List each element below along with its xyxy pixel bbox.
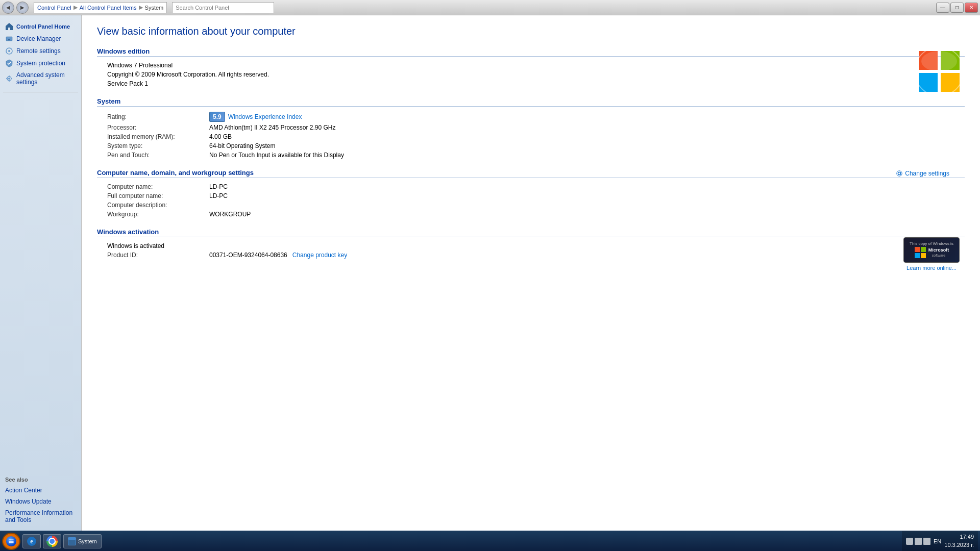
breadcrumb-cp[interactable]: Control Panel xyxy=(37,5,71,11)
edition-value: Windows 7 Professional xyxy=(107,62,173,69)
sidebar-protection-label: System protection xyxy=(16,60,65,67)
svg-point-12 xyxy=(898,172,901,174)
edition-row: Windows 7 Professional xyxy=(107,62,965,69)
taskbar-tray: EN 17:49 10.3.2023 г. xyxy=(902,531,978,551)
remote-icon xyxy=(5,47,13,55)
sidebar: Control Panel Home Device Manager Remote… xyxy=(0,15,82,531)
genuine-line1: This copy of Windows is xyxy=(910,241,953,246)
product-id-label: Product ID: xyxy=(107,252,209,259)
back-button[interactable]: ◀ xyxy=(2,2,14,14)
system-header: System xyxy=(97,97,965,107)
see-also-label: See also xyxy=(0,472,81,485)
genuine-microsoft: Microsoft xyxy=(928,247,949,254)
genuine-badge: This copy of Windows is Microsoft softwa… xyxy=(903,237,960,263)
description-row: Computer description: xyxy=(107,202,965,209)
sidebar-item-performance[interactable]: Performance Information and Tools xyxy=(0,507,81,525)
address-bar[interactable]: Control Panel ▶ All Control Panel Items … xyxy=(34,2,167,13)
wei-score: 5.9 xyxy=(209,112,225,122)
title-bar-left: ◀ ▶ Control Panel ▶ All Control Panel It… xyxy=(2,2,274,14)
breadcrumb-system: System xyxy=(145,5,164,11)
device-manager-icon xyxy=(5,35,13,43)
sidebar-remote-label: Remote settings xyxy=(16,47,61,55)
genuine-logo-row: Microsoft software xyxy=(910,246,953,259)
tray-icons xyxy=(906,538,930,545)
minimize-button[interactable]: — xyxy=(936,3,949,13)
close-button[interactable]: ✕ xyxy=(965,3,978,13)
genuine-text: This copy of Windows is Microsoft softwa… xyxy=(910,241,953,259)
action-center-label: Action Center xyxy=(5,487,42,494)
taskbar-btn-system[interactable]: System xyxy=(63,534,102,548)
learn-more-link[interactable]: Learn more online... xyxy=(906,265,957,271)
sidebar-item-home[interactable]: Control Panel Home xyxy=(0,20,81,33)
full-name-row: Full computer name: LD-PC xyxy=(107,192,965,199)
pen-value: No Pen or Touch Input is available for t… xyxy=(209,152,344,159)
activation-status: Windows is activated xyxy=(107,242,164,249)
description-label: Computer description: xyxy=(107,202,209,209)
sidebar-device-manager-label: Device Manager xyxy=(16,35,61,42)
svg-rect-15 xyxy=(921,247,926,252)
gear-icon xyxy=(896,170,903,177)
windows-logo xyxy=(914,46,965,97)
sidebar-item-device-manager[interactable]: Device Manager xyxy=(0,33,81,45)
main-area: Control Panel Home Device Manager Remote… xyxy=(0,15,980,531)
change-settings-label: Change settings xyxy=(905,170,949,177)
computer-name-value: LD-PC xyxy=(209,183,228,190)
processor-value: AMD Athlon(tm) II X2 245 Processor 2.90 … xyxy=(209,124,335,131)
start-button[interactable] xyxy=(2,533,20,550)
ie-icon: e xyxy=(27,536,37,546)
sidebar-item-protection[interactable]: System protection xyxy=(0,57,81,69)
sidebar-home-label: Control Panel Home xyxy=(16,23,70,30)
date: 10.3.2023 г. xyxy=(944,541,974,549)
svg-rect-17 xyxy=(921,253,926,258)
genuine-area: This copy of Windows is Microsoft softwa… xyxy=(903,237,960,271)
servicepack-value: Service Pack 1 xyxy=(107,80,148,87)
change-settings-link[interactable]: Change settings xyxy=(896,170,949,177)
sidebar-item-action-center[interactable]: Action Center xyxy=(0,485,81,496)
svg-rect-22 xyxy=(68,538,76,540)
system-window-icon xyxy=(68,537,76,545)
sidebar-advanced-label: Advanced system settings xyxy=(16,71,76,86)
breadcrumb-allcp[interactable]: All Control Panel Items xyxy=(80,5,137,11)
tray-network-icon xyxy=(906,538,913,545)
performance-label: Performance Information and Tools xyxy=(5,509,76,523)
sidebar-item-windows-update[interactable]: Windows Update xyxy=(0,496,81,507)
processor-label: Processor: xyxy=(107,124,209,131)
windows-update-label: Windows Update xyxy=(5,498,52,505)
page-title: View basic information about your comput… xyxy=(97,26,965,37)
product-id-row: Product ID: 00371-OEM-9324064-08636 Chan… xyxy=(107,252,965,259)
svg-text:e: e xyxy=(30,538,33,545)
title-bar: ◀ ▶ Control Panel ▶ All Control Panel It… xyxy=(0,0,980,15)
maximize-button[interactable]: □ xyxy=(950,3,964,13)
copyright-row: Copyright © 2009 Microsoft Corporation. … xyxy=(107,71,965,78)
rating-row: Rating: 5.9 Windows Experience Index xyxy=(107,112,965,122)
protection-icon xyxy=(5,59,13,67)
svg-rect-14 xyxy=(915,247,920,252)
start-orb-icon xyxy=(6,536,17,547)
taskbar-btn-chrome[interactable] xyxy=(43,534,61,548)
pen-label: Pen and Touch: xyxy=(107,152,209,159)
svg-point-9 xyxy=(8,78,10,80)
change-key-link[interactable]: Change product key xyxy=(292,252,347,259)
full-name-value: LD-PC xyxy=(209,192,228,199)
time: 17:49 xyxy=(944,533,974,541)
svg-rect-16 xyxy=(915,253,920,258)
genuine-software: software xyxy=(928,253,949,258)
activation-status-row: Windows is activated xyxy=(107,242,965,249)
type-value: 64-bit Operating System xyxy=(209,142,275,149)
forward-button[interactable]: ▶ xyxy=(16,2,29,14)
computer-name-header: Computer name, domain, and workgroup set… xyxy=(97,169,965,178)
computer-name-row: Computer name: LD-PC xyxy=(107,183,965,190)
taskbar-btn-ie[interactable]: e xyxy=(22,534,41,548)
wei-link[interactable]: Windows Experience Index xyxy=(228,113,302,120)
system-content: Rating: 5.9 Windows Experience Index Pro… xyxy=(97,112,965,159)
ms-logo-mini xyxy=(914,246,926,259)
servicepack-row: Service Pack 1 xyxy=(107,80,965,87)
time-display: 17:49 10.3.2023 г. xyxy=(944,533,974,549)
pen-row: Pen and Touch: No Pen or Touch Input is … xyxy=(107,152,965,159)
sidebar-item-advanced[interactable]: Advanced system settings xyxy=(0,69,81,88)
tray-volume-icon xyxy=(915,538,922,545)
system-btn-label: System xyxy=(78,538,97,544)
sidebar-item-remote[interactable]: Remote settings xyxy=(0,45,81,57)
copyright-value: Copyright © 2009 Microsoft Corporation. … xyxy=(107,71,269,78)
search-input[interactable] xyxy=(172,2,274,13)
